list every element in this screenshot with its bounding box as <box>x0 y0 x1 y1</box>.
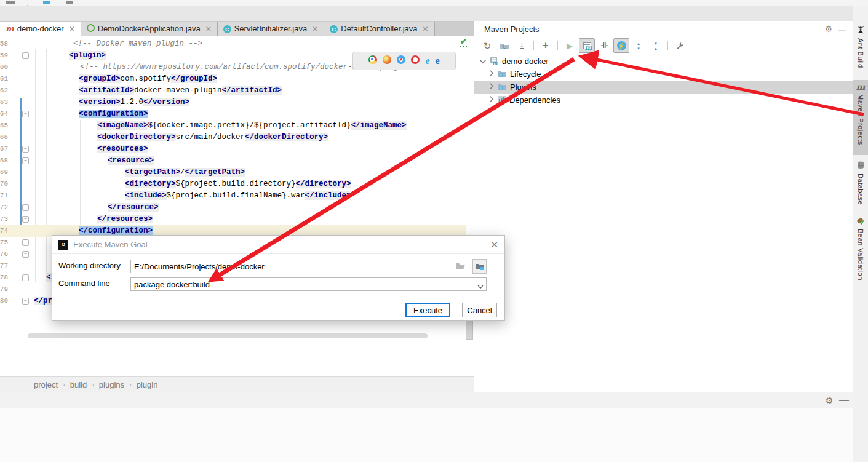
chevron-down-icon[interactable] <box>479 57 487 66</box>
save-icon[interactable] <box>66 1 73 6</box>
sync-folders-icon[interactable]: ↻ <box>496 38 512 53</box>
close-tab-icon[interactable]: ✕ <box>423 25 429 33</box>
chevron-right-icon[interactable] <box>489 70 494 79</box>
tree-item-label: demo-docker <box>502 57 549 66</box>
code-line-67[interactable]: 67−<resources> <box>0 143 466 155</box>
chrome-icon[interactable] <box>368 55 377 66</box>
ie-icon[interactable]: e <box>425 55 429 66</box>
fold-marker-icon[interactable]: − <box>22 204 29 211</box>
code-line-72[interactable]: 72−</resource> <box>0 202 466 213</box>
dialog-title-bar[interactable]: IJ Execute Maven Goal ✕ <box>52 236 504 254</box>
close-tab-icon[interactable]: ✕ <box>312 25 318 33</box>
breadcrumb-item-plugins[interactable]: plugins <box>99 380 124 389</box>
refresh-icon[interactable]: ↻ <box>479 38 495 53</box>
firefox-icon[interactable] <box>383 55 391 66</box>
module-directory-button[interactable] <box>472 259 487 274</box>
chevron-right-icon[interactable] <box>489 95 494 105</box>
tab-demodockerapplication-java[interactable]: DemoDockerApplication.java✕ <box>81 22 218 36</box>
chevron-right-icon[interactable] <box>489 82 494 92</box>
tree-item-plugins[interactable]: Plugins <box>474 81 853 94</box>
maven-settings-icon[interactable] <box>672 38 688 53</box>
code-line-61[interactable]: 61<groupId>com.spotify</groupId> <box>0 73 466 85</box>
tab-demo-docker[interactable]: mdemo-docker✕ <box>0 22 81 36</box>
tool-window-tab-bean-validation[interactable]: Bean Validation <box>853 213 868 282</box>
bottom-panel-header: ⚙ — <box>0 392 853 408</box>
close-tab-icon[interactable]: ✕ <box>205 25 212 33</box>
dependencies-icon <box>497 95 506 105</box>
tool-window-tab-maven-projects[interactable]: mMaven Projects <box>853 80 868 155</box>
bottom-gear-icon[interactable]: ⚙ <box>822 394 836 407</box>
code-line-66[interactable]: 66<dockerDirectory>src/main/docker</dock… <box>0 132 466 143</box>
skip-tests-icon[interactable]: -‖- <box>596 38 612 53</box>
fold-marker-icon[interactable]: − <box>22 157 29 164</box>
code-text: <imageName>${docker.image.prefix}/${proj… <box>97 120 407 132</box>
bottom-minimize-icon[interactable]: — <box>837 394 851 407</box>
svg-text:↻: ↻ <box>502 44 507 50</box>
maven-panel-header: Maven Projects ⚙ — <box>474 21 853 37</box>
tab-defaultcontroller-java[interactable]: CDefaultController.java✕ <box>324 22 434 36</box>
panel-minimize-icon[interactable]: — <box>835 23 849 35</box>
combobox-chevron-down-icon[interactable] <box>477 282 484 291</box>
command-line-combobox[interactable] <box>130 277 487 291</box>
code-line-62[interactable]: 62<artifactId>docker-maven-plugin</artif… <box>0 85 466 97</box>
fold-marker-icon[interactable]: − <box>22 298 29 305</box>
code-line-63[interactable]: 63<version>1.2.0</version> <box>0 97 466 108</box>
tool-window-tab-database[interactable]: Database <box>853 157 868 210</box>
expand-all-icon[interactable]: ▴▾ <box>631 38 647 53</box>
dialog-close-icon[interactable]: ✕ <box>490 239 498 250</box>
code-text: <!-- Docker maven plugin --> <box>73 38 202 50</box>
code-line-68[interactable]: 68−<resource> <box>0 155 466 167</box>
execute-maven-goal-icon[interactable]: m <box>579 38 595 53</box>
line-number: 62 <box>0 85 8 97</box>
opera-icon[interactable] <box>411 55 420 66</box>
fold-marker-icon[interactable]: − <box>22 111 29 117</box>
run-build-icon[interactable]: ▶ <box>562 38 578 53</box>
add-icon[interactable]: + <box>26 1 32 6</box>
offline-mode-icon[interactable]: ⚡ <box>613 38 629 53</box>
add-maven-project-icon[interactable]: + <box>538 38 554 53</box>
download-sources-icon[interactable]: ↓ <box>514 38 530 53</box>
maven-m-icon: m <box>856 84 866 91</box>
tool-window-tab-ant-build[interactable]: Ant Build <box>853 22 868 66</box>
toolbar-separator <box>667 41 668 50</box>
breadcrumb-item-project[interactable]: project <box>34 380 58 389</box>
code-line-71[interactable]: 71<include>${project.build.finalName}.wa… <box>0 190 466 202</box>
horizontal-scrollbar-thumb[interactable] <box>28 333 428 338</box>
split-view-icon[interactable] <box>43 1 50 6</box>
fold-marker-icon[interactable]: − <box>22 239 29 246</box>
tool-window-tab-label: Database <box>857 173 864 205</box>
edge-icon[interactable]: e <box>436 55 440 66</box>
close-tab-icon[interactable]: ✕ <box>69 25 75 33</box>
execute-button[interactable]: Execute <box>405 303 450 317</box>
tree-item-dependencies[interactable]: Dependencies <box>474 94 853 106</box>
cancel-button[interactable]: Cancel <box>462 303 497 317</box>
fold-marker-icon[interactable]: − <box>22 216 29 223</box>
working-directory-label: Working directory <box>58 261 121 270</box>
breadcrumb-item-build[interactable]: build <box>70 380 87 389</box>
code-line-73[interactable]: 73−</resources> <box>0 213 466 225</box>
open-folder-icon[interactable] <box>456 261 466 271</box>
breadcrumb-separator: › <box>63 381 65 388</box>
panel-gear-icon[interactable]: ⚙ <box>822 23 835 35</box>
safari-icon[interactable] <box>397 55 405 66</box>
breadcrumb-item-plugin[interactable]: plugin <box>137 380 158 389</box>
editor[interactable]: ee ✔ 58<!-- Docker maven plugin -->59−<p… <box>0 36 474 376</box>
code-line-65[interactable]: 65<imageName>${docker.image.prefix}/${pr… <box>0 120 466 132</box>
fold-marker-icon[interactable]: − <box>22 146 29 153</box>
line-number: 77 <box>0 260 8 272</box>
working-directory-input[interactable] <box>130 260 469 273</box>
fold-marker-icon[interactable]: − <box>22 251 29 258</box>
line-number: 60 <box>0 62 8 73</box>
code-line-69[interactable]: 69<targetPath>/</targetPath> <box>0 167 466 178</box>
code-line-58[interactable]: 58<!-- Docker maven plugin --> <box>0 38 466 50</box>
collapse-all-icon[interactable]: ▾▴ <box>648 38 664 53</box>
code-line-70[interactable]: 70<directory>${project.build.directory}<… <box>0 178 466 190</box>
fold-marker-icon[interactable]: − <box>22 52 29 59</box>
tab-servletinitializer-java[interactable]: CServletInitializer.java✕ <box>218 22 325 36</box>
tree-item-demo-docker[interactable]: mdemo-docker <box>474 55 853 68</box>
run-widget-icon[interactable] <box>6 1 15 6</box>
inspection-ok-icon[interactable]: ✔ <box>460 38 467 47</box>
fold-marker-icon[interactable]: − <box>22 274 29 281</box>
tree-item-lifecycle[interactable]: Lifecycle <box>474 68 853 81</box>
code-line-64[interactable]: 64−<configuration> <box>0 108 466 120</box>
